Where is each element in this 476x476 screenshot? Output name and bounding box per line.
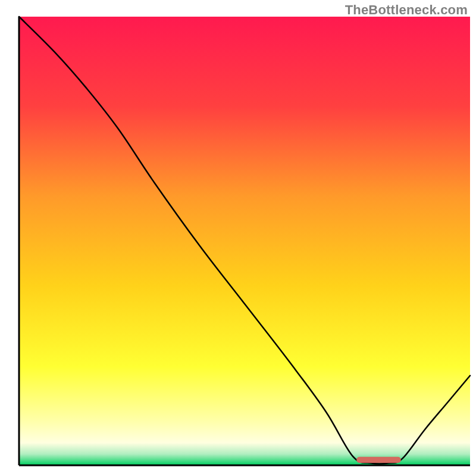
plot-area — [19, 17, 470, 465]
bottleneck-chart — [0, 0, 476, 476]
gradient-background — [19, 17, 470, 465]
watermark-text: TheBottleneck.com — [345, 2, 468, 18]
chart-root: TheBottleneck.com — [0, 0, 476, 476]
